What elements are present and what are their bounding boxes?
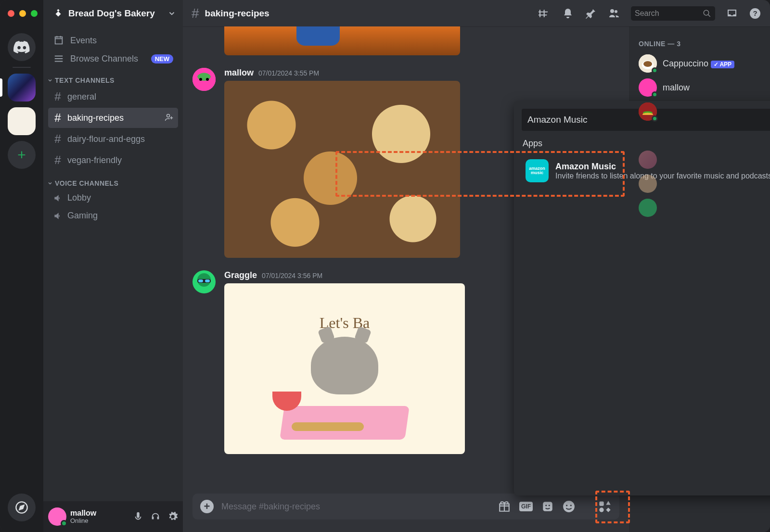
member-mallow[interactable]: mallow [634,76,765,100]
apps-section-label: Apps [523,139,770,149]
app-icon: amazon music [526,159,549,182]
titlebar: Bread Dog's Bakery # baking-recipes Sear… [0,0,770,26]
voice-gaming[interactable]: Gaming [48,207,178,224]
message-timestamp: 07/01/2024 3:56 PM [262,272,322,279]
svg-point-5 [199,78,202,81]
channel-general[interactable]: #general [48,87,178,107]
pinned-icon[interactable] [585,7,597,20]
browse-label: Browse Channels [70,54,138,64]
chevron-down-icon [47,77,53,83]
author-name[interactable]: mallow [224,68,254,78]
new-badge: NEW [151,54,173,63]
sticker-icon[interactable] [541,500,554,513]
chevron-down-icon [167,9,176,18]
attach-button[interactable]: + [200,500,214,513]
svg-rect-11 [205,279,210,282]
window-controls [0,10,43,17]
member-cappuccino[interactable]: Cappuccino ✓ APP [634,51,765,76]
message-composer[interactable]: + Message #baking-recipes GIF [192,494,619,519]
svg-text:?: ? [753,9,757,17]
invite-icon[interactable] [165,114,173,122]
minimize-window-button[interactable] [19,10,26,17]
svg-rect-10 [198,279,203,282]
svg-rect-18 [599,502,603,506]
voice-lobby[interactable]: Lobby [48,190,178,206]
help-icon[interactable]: ? [749,7,761,20]
svg-point-13 [545,505,547,506]
member-avatar [639,199,657,217]
self-status: Online [70,517,96,524]
member-avatar [639,78,657,97]
emoji-icon[interactable] [563,500,575,513]
gif-button[interactable]: GIF [519,502,533,511]
member-avatar [639,175,657,193]
home-button[interactable] [8,33,36,61]
svg-rect-12 [543,502,552,511]
chat-area: mallow 07/01/2024 3:55 PM Graggle [183,26,629,532]
svg-point-22 [643,61,652,67]
svg-point-0 [704,10,709,15]
search-input[interactable]: Search [631,6,715,21]
threads-icon[interactable] [539,7,551,20]
hash-icon: # [192,6,199,21]
search-placeholder: Search [635,9,659,18]
text-channels-header[interactable]: TEXT CHANNELS [43,68,183,86]
voice-channels-header[interactable]: VOICE CHANNELS [43,171,183,189]
svg-point-16 [566,505,567,506]
author-avatar[interactable] [192,270,216,293]
maximize-window-button[interactable] [31,10,38,17]
server-icon-bakery[interactable] [8,107,36,135]
members-icon[interactable] [608,7,620,20]
guild-rail: + [0,26,43,532]
self-avatar[interactable] [48,507,66,526]
explore-button[interactable] [8,494,36,521]
activities-icon[interactable] [598,500,612,513]
channel-sidebar: Events Browse Channels NEW TEXT CHANNELS… [43,26,183,532]
mute-icon[interactable] [133,511,143,522]
message-timestamp: 07/01/2024 3:55 PM [258,69,319,77]
online-header: ONLINE — 3 [634,36,765,51]
server-name: Bread Dog's Bakery [68,8,155,19]
add-server-button[interactable]: + [8,141,36,169]
speaker-icon [53,211,63,221]
composer-placeholder: Message #baking-recipes [221,502,320,512]
server-icon-1[interactable] [8,74,36,101]
channel-title: baking-recipes [205,8,270,19]
svg-point-14 [549,505,550,506]
author-avatar[interactable] [192,68,216,91]
attachment-image[interactable] [224,26,460,55]
settings-icon[interactable] [167,511,178,522]
channel-baking-recipes[interactable]: #baking-recipes [48,108,178,128]
author-name[interactable]: Graggle [224,270,257,280]
member-avatar [639,54,657,73]
app-name: Amazon Music [555,162,770,172]
svg-point-17 [570,505,572,506]
deafen-icon[interactable] [150,511,161,522]
calendar-icon [53,35,64,46]
attachment-image[interactable] [224,81,460,258]
inbox-icon[interactable] [726,7,738,20]
gift-icon[interactable] [498,500,511,513]
attachment-image[interactable]: Let's Ba [224,283,465,454]
channel-dairy[interactable]: #dairy-flour-and-eggs [48,129,178,149]
server-header[interactable]: Bread Dog's Bakery [43,0,183,26]
svg-point-6 [206,78,209,81]
channel-vegan[interactable]: #vegan-friendly [48,150,178,170]
speaker-icon [53,193,63,203]
browse-channels-row[interactable]: Browse Channels NEW [48,50,178,68]
app-badge: ✓ APP [711,61,735,68]
channel-header: # baking-recipes Search ? [183,0,770,26]
server-boost-icon [53,8,64,19]
app-description: Invite friends to listen along to your f… [555,172,770,180]
events-row[interactable]: Events [48,31,178,50]
member-avatar [639,151,657,169]
events-label: Events [70,36,97,46]
svg-point-15 [563,501,575,512]
notifications-icon[interactable] [562,7,574,20]
self-username: mallow [70,509,96,518]
close-window-button[interactable] [8,10,14,17]
chevron-down-icon [47,180,53,186]
member-avatar [639,102,657,121]
user-panel: mallow Online [43,501,183,532]
browse-icon [53,53,64,64]
